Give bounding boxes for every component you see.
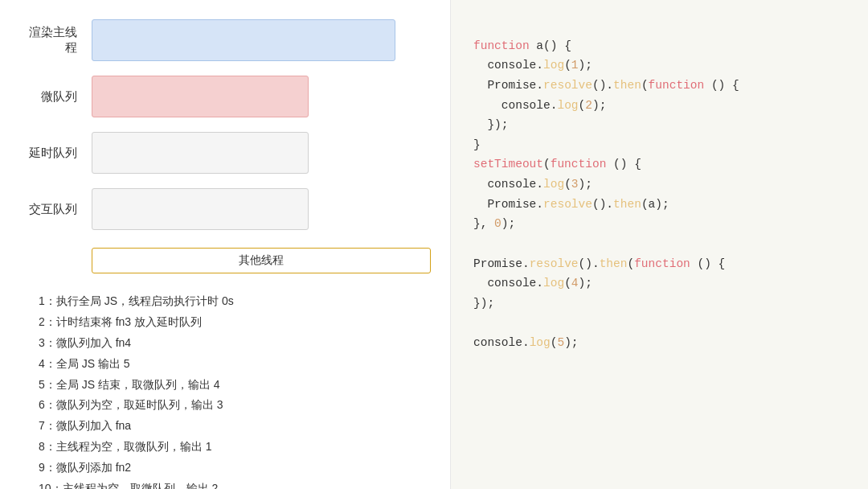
step-6: 6：微队列为空，取延时队列，输出 3 [39,395,431,416]
left-panel: 渲染主线程 微队列 延时队列 交互队列 其他线程 1：执行全局 JS，线程启动执… [0,0,450,489]
micro-queue-row: 微队列 [19,76,431,117]
step-8: 8：主线程为空，取微队列，输出 1 [39,437,431,458]
interact-queue-row: 交互队列 [19,188,431,230]
delay-queue-box [92,132,309,174]
main-thread-label: 渲染主线程 [19,25,77,55]
right-panel: function a() { console.log(1); Promise.r… [450,0,868,489]
micro-queue-label: 微队列 [19,89,77,105]
step-10: 10：主线程为空，取微队列，输出 2 [39,479,431,489]
step-4: 4：全局 JS 输出 5 [39,354,431,375]
main-thread-box [92,19,395,61]
step-7: 7：微队列加入 fna [39,416,431,437]
main-thread-row: 渲染主线程 [19,19,431,61]
steps-list: 1：执行全局 JS，线程启动执行计时 0s 2：计时结束将 fn3 放入延时队列… [39,291,431,489]
interact-queue-box [92,188,309,230]
code-block: function a() { console.log(1); Promise.r… [473,16,845,373]
delay-queue-label: 延时队列 [19,146,77,161]
interact-queue-label: 交互队列 [19,202,77,217]
delay-queue-row: 延时队列 [19,132,431,174]
step-2: 2：计时结束将 fn3 放入延时队列 [39,312,431,333]
other-thread-button[interactable]: 其他线程 [92,248,431,273]
step-9: 9：微队列添加 fn2 [39,458,431,479]
step-3: 3：微队列加入 fn4 [39,333,431,354]
step-1: 1：执行全局 JS，线程启动执行计时 0s [39,291,431,312]
micro-queue-box [92,76,309,117]
step-5: 5：全局 JS 结束，取微队列，输出 4 [39,375,431,396]
